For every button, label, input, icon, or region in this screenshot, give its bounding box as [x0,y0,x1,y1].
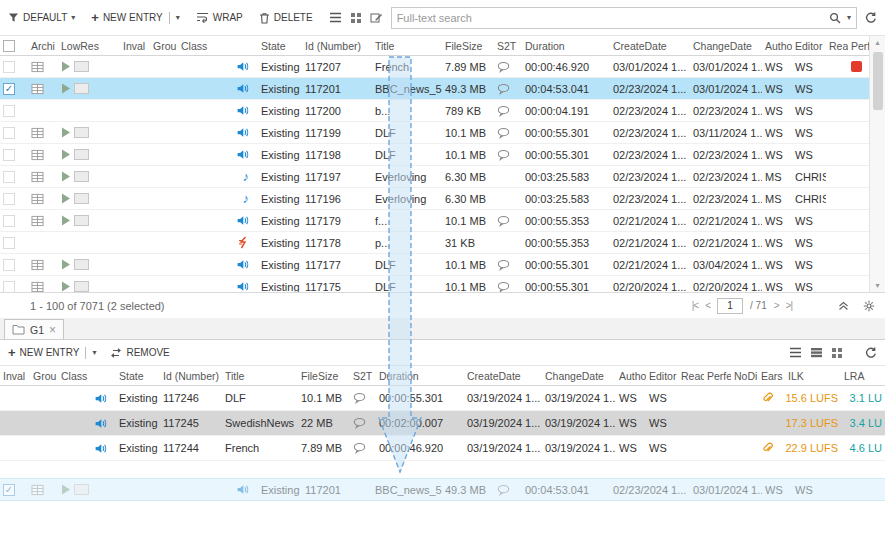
table-row[interactable]: Existing117199DLF10.1 MB00:00:55.30102/2… [0,122,869,144]
column-header-editor[interactable]: Editor [792,36,826,55]
column-header-inval[interactable]: Inval [0,366,30,385]
edit-filter-icon[interactable] [370,11,383,24]
tab-close-icon[interactable]: × [49,325,56,335]
table-row[interactable]: Existing117244French7.89 MB00:00:46.9200… [0,436,885,461]
row-checkbox[interactable] [3,237,15,249]
column-header-nodi[interactable]: NoDi [731,366,758,385]
refresh-icon[interactable] [865,12,877,24]
list-view-icon[interactable] [329,12,342,23]
play-button[interactable] [61,149,71,160]
delete-button[interactable]: DELETE [259,12,313,24]
table-row[interactable]: ♪Existing117197Everloving6.30 MB00:03:25… [0,166,869,188]
column-header-filesize[interactable]: FileSize [442,36,494,55]
next-page-button[interactable]: > [774,300,779,311]
column-header-perfe[interactable]: Perfe [848,36,869,55]
play-button[interactable] [61,61,71,72]
row-checkbox[interactable] [3,281,15,293]
detail-view-icon[interactable] [810,347,823,358]
column-header-change_date[interactable]: ChangeDate [690,36,762,55]
settings-gear-icon[interactable] [863,300,875,312]
row-checkbox[interactable] [3,61,15,73]
column-header-id[interactable]: Id (Number) [160,366,222,385]
row-checkbox[interactable]: ✓ [3,83,15,95]
column-header-inval[interactable]: Inval [120,36,150,55]
column-header-change_date[interactable]: ChangeDate [542,366,616,385]
column-header-read[interactable]: Read [826,36,848,55]
table-row[interactable]: Existing117207French7.89 MB00:00:46.9200… [0,56,869,78]
scroll-up-arrow[interactable]: ▴ [875,38,879,47]
column-header-perfe[interactable]: Perfe [704,366,731,385]
scrollbar-thumb[interactable] [873,52,883,110]
play-button[interactable] [61,171,71,182]
row-checkbox[interactable] [3,215,15,227]
column-header-state[interactable]: State [258,36,302,55]
column-header-s2t[interactable]: S2T [350,366,376,385]
column-header-title[interactable]: Title [222,366,298,385]
column-header-grou[interactable]: Grou [30,366,58,385]
column-header-ilk[interactable]: ILK [785,366,841,385]
row-checkbox[interactable] [3,127,15,139]
table-row[interactable]: ✓Existing117201BBC_news_5...49.3 MB00:04… [0,78,869,100]
column-header-sel[interactable] [0,36,28,55]
column-header-class[interactable]: Class [178,36,258,55]
row-checkbox[interactable] [3,259,15,271]
column-header-state[interactable]: State [116,366,160,385]
column-header-editor[interactable]: Editor [646,366,678,385]
column-header-read[interactable]: Read [678,366,704,385]
row-checkbox[interactable] [3,193,15,205]
column-header-s2t[interactable]: S2T [494,36,522,55]
play-button[interactable] [61,193,71,204]
table-row[interactable]: Existing117175DLF10.1 MB00:00:55.30102/2… [0,276,869,292]
select-all-checkbox[interactable] [3,40,15,52]
first-page-button[interactable]: |< [692,300,698,311]
search-input[interactable] [397,12,829,24]
prev-page-button[interactable]: < [705,300,710,311]
scroll-down-arrow[interactable]: ▾ [875,281,879,290]
table-row[interactable]: Existing117177DLF10.1 MB00:00:55.30102/2… [0,254,869,276]
table-row[interactable]: Existing117245SwedishNews22 MB00:02:00.0… [0,411,885,436]
row-checkbox[interactable] [3,171,15,183]
vertical-scrollbar[interactable]: ▴ ▾ [869,36,885,292]
column-header-lra[interactable]: LRA [841,366,885,385]
column-header-create_date[interactable]: CreateDate [464,366,542,385]
last-page-button[interactable]: >| [786,300,792,311]
tab-g1[interactable]: G1 × [4,319,64,339]
grid-view-icon[interactable] [831,347,843,359]
table-row[interactable]: ♪Existing117196Everloving6.30 MB00:03:25… [0,188,869,210]
table-row[interactable]: Existing117178p...31 KB00:00:55.35302/21… [0,232,869,254]
column-header-lowres[interactable]: LowRes [58,36,120,55]
column-header-author[interactable]: Author [762,36,792,55]
new-entry-button[interactable]: + NEW ENTRY ▾ [91,12,179,24]
column-header-filesize[interactable]: FileSize [298,366,350,385]
chevron-down-icon[interactable]: ▾ [847,13,851,22]
column-header-ears[interactable]: Ears [758,366,785,385]
row-checkbox[interactable] [3,149,15,161]
row-checkbox[interactable] [3,105,15,117]
column-header-create_date[interactable]: CreateDate [610,36,690,55]
play-button[interactable] [61,215,71,226]
collapse-panel-icon[interactable] [838,301,849,311]
table-row[interactable]: Existing117200b...789 KB00:00:04.19102/2… [0,100,869,122]
table-row[interactable]: Existing117198DLF10.1 MB00:00:55.30102/2… [0,144,869,166]
column-header-grou[interactable]: Grou [150,36,178,55]
refresh-icon[interactable] [865,347,877,359]
grid-view-icon[interactable] [350,12,362,24]
column-header-archi[interactable]: Archi [28,36,58,55]
column-header-class[interactable]: Class [58,366,116,385]
list-view-icon[interactable] [789,347,802,358]
wrap-button[interactable]: WRAP [196,12,243,23]
column-header-title[interactable]: Title [372,36,442,55]
table-row[interactable]: Existing117246DLF10.1 MB00:00:55.30103/1… [0,386,885,411]
play-button[interactable] [61,127,71,138]
page-number-input[interactable] [717,298,743,314]
new-entry-button-bottom[interactable]: + NEW ENTRY ▾ [8,347,96,359]
play-button[interactable] [61,259,71,270]
search-icon[interactable] [829,12,841,24]
play-button[interactable] [61,484,71,495]
column-header-author[interactable]: Author [616,366,646,385]
default-filter-button[interactable]: DEFAULT ▾ [8,12,75,23]
table-row[interactable]: Existing117179f...10.1 MB00:00:55.35302/… [0,210,869,232]
play-button[interactable] [61,83,71,94]
play-button[interactable] [61,281,71,292]
column-header-duration[interactable]: Duration [522,36,610,55]
